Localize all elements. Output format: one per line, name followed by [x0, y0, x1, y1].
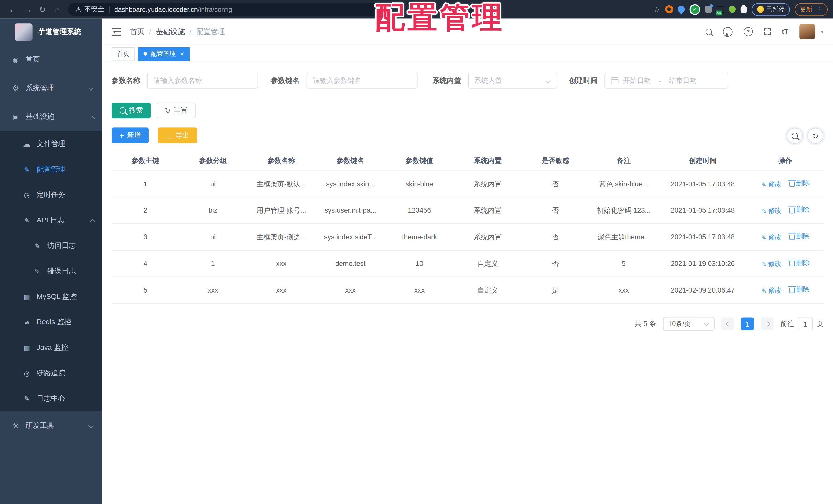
sidebar-item-error-log[interactable]: 错误日志: [0, 258, 102, 284]
column-header: 是否敏感: [522, 151, 589, 171]
sidebar-item-java-monitor[interactable]: Java 监控: [0, 335, 102, 360]
reload-icon[interactable]: ↻: [35, 5, 50, 14]
cell: 自定义: [454, 277, 522, 304]
app-title: 芋道管理系统: [38, 27, 81, 36]
edit-link[interactable]: 修改: [761, 233, 782, 242]
edit-link[interactable]: 修改: [761, 180, 782, 189]
prev-page-button[interactable]: [721, 317, 734, 330]
sidebar-item-log-center[interactable]: 日志中心: [0, 386, 102, 411]
home-icon[interactable]: ⌂: [50, 5, 65, 14]
update-button[interactable]: 更新 ⋮: [795, 3, 828, 16]
close-icon[interactable]: [179, 50, 184, 58]
next-page-button[interactable]: [761, 317, 774, 330]
sidebar-item-system[interactable]: 系统管理: [0, 74, 102, 103]
search-icon[interactable]: [705, 28, 712, 35]
delete-link[interactable]: 删除: [789, 258, 809, 268]
caret-down-icon[interactable]: ▾: [821, 29, 823, 34]
page-1-button[interactable]: 1: [741, 317, 754, 330]
trash-icon: [789, 208, 794, 213]
search-toggle-button[interactable]: [787, 128, 803, 144]
param-key-input[interactable]: 请输入参数键名: [307, 73, 418, 89]
sidebar-fold-icon[interactable]: [112, 28, 121, 35]
extension-blue-drop-icon[interactable]: [676, 4, 686, 14]
sidebar-item-label: 访问日志: [47, 241, 76, 250]
sidebar-item-dev-tools[interactable]: 研发工具: [0, 411, 102, 440]
cell: 2021-01-05 17:03:48: [658, 224, 747, 250]
breadcrumb-infrastructure[interactable]: 基础设施: [156, 27, 185, 36]
app-logo-row[interactable]: 芋道管理系统: [0, 19, 102, 45]
delete-link[interactable]: 删除: [789, 179, 809, 188]
extension-lines-icon[interactable]: on: [716, 6, 724, 13]
sidebar-item-access-log[interactable]: 访问日志: [0, 233, 102, 258]
fullscreen-icon[interactable]: [764, 28, 770, 35]
tab-home[interactable]: 首页: [112, 47, 135, 61]
export-button[interactable]: 导出: [158, 127, 197, 143]
bookmark-star-icon[interactable]: ☆: [653, 5, 660, 14]
main-header: 首页 / 基础设施 / 配置管理 tT ▾: [102, 19, 833, 45]
sidebar-item-infrastructure[interactable]: 基础设施: [0, 103, 102, 131]
api-log-icon: [22, 216, 31, 224]
paused-badge[interactable]: 已暂停: [752, 3, 790, 16]
forward-icon[interactable]: →: [20, 5, 35, 14]
security-label: 不安全: [85, 5, 104, 14]
cell: 系统内置: [454, 197, 522, 224]
sidebar-item-trace[interactable]: 链路追踪: [0, 360, 102, 386]
main-area: 首页 / 基础设施 / 配置管理 tT ▾ 首页 配置管理: [102, 19, 833, 504]
browser-menu-icon[interactable]: ⋮: [816, 6, 823, 13]
chevron-down-icon: [547, 77, 551, 85]
cell: theme-dark: [385, 224, 454, 250]
reset-button[interactable]: 重置: [157, 103, 195, 118]
cell: 自定义: [454, 250, 522, 277]
refresh-button[interactable]: [807, 128, 823, 144]
delete-link[interactable]: 删除: [789, 285, 809, 294]
add-button[interactable]: 新增: [112, 127, 149, 143]
goto-page-input[interactable]: [798, 317, 813, 330]
sidebar-item-label: 系统管理: [26, 83, 54, 93]
edit-icon: [22, 166, 31, 173]
edit-link[interactable]: 修改: [761, 259, 782, 269]
cell-actions: 修改 删除: [747, 250, 824, 277]
cell: 用户管理-账号...: [247, 197, 316, 224]
sidebar-item-label: 错误日志: [47, 267, 76, 276]
extension-green-icon[interactable]: [729, 6, 736, 13]
system-builtin-select[interactable]: 系统内置: [468, 73, 557, 89]
cell: 10: [385, 250, 454, 277]
avatar[interactable]: [800, 24, 815, 39]
extensions-puzzle-icon[interactable]: [740, 6, 747, 12]
github-icon[interactable]: [723, 27, 733, 36]
date-range-picker[interactable]: 开始日期 - 结束日期: [604, 73, 728, 89]
back-icon[interactable]: ←: [5, 5, 20, 14]
sidebar-item-config-manage[interactable]: 配置管理: [0, 156, 102, 182]
gear-icon: [11, 83, 20, 93]
table-header-row: 参数主键 参数分组 参数名称 参数键名 参数键值 系统内置 是否敏感 备注 创建…: [112, 151, 824, 171]
extension-orange-icon[interactable]: [665, 5, 673, 13]
sidebar-item-label: 研发工具: [26, 421, 54, 430]
edit-link[interactable]: 修改: [761, 286, 782, 295]
extension-gray-icon[interactable]: [705, 6, 712, 13]
page-size-value: 10条/页: [668, 319, 691, 328]
delete-link[interactable]: 删除: [789, 205, 809, 214]
sidebar-item-mysql-monitor[interactable]: MySQL 监控: [0, 284, 102, 310]
param-name-input[interactable]: 请输入参数名称: [147, 73, 258, 89]
sidebar-item-api-log[interactable]: API 日志: [0, 208, 102, 233]
page-size-select[interactable]: 10条/页: [663, 317, 715, 331]
search-button[interactable]: 搜索: [112, 103, 151, 118]
cell: 主框架页-默认...: [247, 171, 316, 197]
help-icon[interactable]: [744, 27, 753, 36]
extension-green-check-icon[interactable]: ✓: [689, 4, 700, 15]
address-bar[interactable]: ⚠ 不安全 dashboard.yudao.iocoder.cn /infra/…: [68, 3, 381, 16]
delete-link[interactable]: 删除: [789, 232, 809, 241]
chevron-down-icon: [706, 320, 709, 328]
chevron-right-icon: [764, 321, 770, 327]
font-size-icon[interactable]: tT: [782, 28, 788, 35]
sidebar-item-cron-job[interactable]: 定时任务: [0, 182, 102, 208]
breadcrumb-home[interactable]: 首页: [130, 27, 145, 36]
sidebar-item-home[interactable]: 首页: [0, 45, 102, 74]
sidebar-submenu-infrastructure: 文件管理 配置管理 定时任务 API 日志 访问日志 错误日志: [0, 131, 102, 411]
tab-config-manage[interactable]: 配置管理: [138, 47, 190, 61]
sidebar-item-file-manage[interactable]: 文件管理: [0, 131, 102, 157]
edit-icon: [761, 260, 767, 268]
edit-link[interactable]: 修改: [761, 207, 782, 216]
sidebar-item-redis-monitor[interactable]: Redis 监控: [0, 309, 102, 335]
java-monitor-icon: [22, 344, 31, 352]
